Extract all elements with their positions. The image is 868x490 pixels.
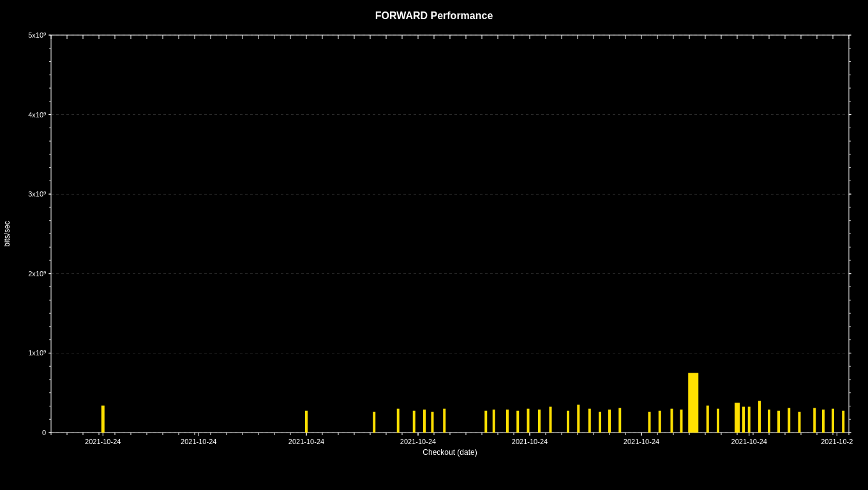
chart-title: FORWARD Performance [375, 10, 493, 22]
chart-container: FORWARD Performance [0, 0, 868, 490]
